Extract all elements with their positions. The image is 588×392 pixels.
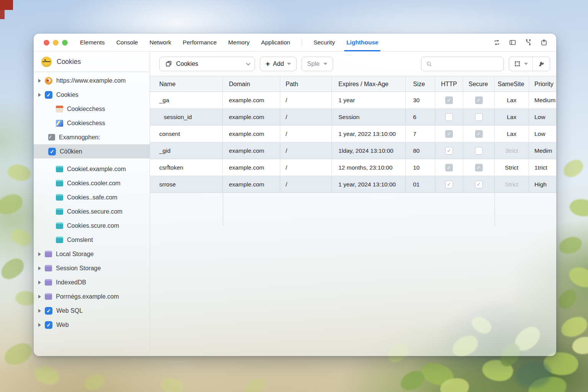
secure-checkbox[interactable]	[475, 130, 483, 138]
expand-arrow-icon[interactable]	[38, 295, 41, 299]
secure-checkbox[interactable]	[475, 164, 483, 172]
secure-checkbox[interactable]	[475, 113, 483, 121]
cell-name[interactable]: consent	[150, 126, 223, 142]
http-checkbox[interactable]	[445, 181, 453, 188]
minimize-window-button[interactable]	[53, 40, 59, 46]
cell-size[interactable]: 6	[406, 109, 435, 125]
cell-domain[interactable]: example.com	[223, 142, 280, 159]
tab-security[interactable]: Security	[314, 34, 335, 51]
expand-arrow-icon[interactable]	[38, 281, 41, 284]
tree-item[interactable]: Porrnėgs.example.com	[34, 289, 150, 304]
storage-type-select[interactable]: Cookies	[159, 57, 255, 71]
cell-samesite[interactable]: Lax	[495, 109, 529, 125]
column-header-name[interactable]: Name	[150, 77, 223, 91]
cell-name[interactable]: _ga	[150, 92, 223, 108]
tree-item[interactable]: Cookies.scure.com	[34, 219, 150, 233]
tree-item[interactable]: Comslent	[34, 233, 150, 247]
cell-samesite[interactable]: 3trict	[495, 142, 529, 159]
cell-path[interactable]: /	[280, 92, 332, 108]
tab-memory[interactable]: Memory	[228, 34, 250, 51]
tree-item[interactable]: Cookies..safe.com	[34, 190, 150, 204]
tree-item-indexeddb[interactable]: IndexedDB	[34, 275, 150, 289]
search-box[interactable]	[421, 57, 504, 71]
expand-arrow-icon[interactable]	[38, 252, 41, 256]
close-window-button[interactable]	[44, 40, 49, 46]
tree-item-local-storage[interactable]: Local Storage	[34, 247, 150, 261]
cell-path[interactable]: /	[280, 109, 332, 125]
cell-expires[interactable]: Session	[332, 109, 406, 125]
cell-priority[interactable]: Medium	[529, 92, 556, 108]
cell-path[interactable]: /	[280, 159, 332, 176]
column-header-size[interactable]: Size	[406, 77, 435, 91]
cell-domain[interactable]: example.com	[223, 159, 280, 176]
expand-arrow-icon[interactable]	[38, 93, 41, 97]
add-cookie-button[interactable]: + Add	[260, 57, 297, 71]
reload-icon[interactable]	[493, 39, 501, 46]
expand-arrow-icon[interactable]	[38, 323, 41, 327]
cell-priority[interactable]: Low	[529, 126, 556, 142]
fork-icon[interactable]	[524, 39, 532, 46]
tab-application[interactable]: Application	[261, 34, 290, 51]
column-header-domain[interactable]: Domain	[223, 77, 280, 91]
tab-elements[interactable]: Elements	[80, 34, 105, 51]
cell-expires[interactable]: 1lday, 2024 13:10:00	[332, 142, 406, 159]
table-row[interactable]: _gid example.com / 1lday, 2024 13:10:00 …	[150, 142, 556, 159]
column-header-secure[interactable]: Secure	[463, 77, 495, 91]
cell-size[interactable]: 10	[406, 159, 435, 176]
column-header-http[interactable]: HTTP	[435, 77, 463, 91]
tree-item-selected[interactable]: Cö0kien	[34, 144, 150, 158]
secure-checkbox[interactable]	[475, 96, 483, 104]
tab-console[interactable]: Console	[116, 34, 138, 51]
expand-arrow-icon[interactable]	[38, 79, 41, 83]
cell-expires[interactable]: 1 year, 2022 13:10:00	[332, 126, 406, 142]
cell-size[interactable]: 7	[406, 126, 435, 142]
cell-expires[interactable]: 12 months, 23:10:00	[332, 159, 406, 176]
filter-button[interactable]	[532, 57, 550, 71]
cell-samesite[interactable]: Lax	[495, 126, 529, 142]
cell-priority[interactable]: Low	[529, 109, 556, 125]
cell-size[interactable]: 30	[406, 92, 435, 108]
column-header-path[interactable]: Path	[280, 77, 332, 91]
tree-item[interactable]: Cookies.cooler.com	[34, 176, 150, 190]
checked-checkbox-icon[interactable]	[45, 321, 52, 329]
secure-checkbox[interactable]	[475, 181, 483, 188]
cell-priority[interactable]: Medim	[529, 142, 556, 159]
tree-item[interactable]: Cookies.secure.com	[34, 204, 150, 219]
expand-arrow-icon[interactable]	[38, 266, 41, 270]
tree-item-web[interactable]: Web	[34, 318, 150, 332]
cell-samesite[interactable]: Strict	[495, 176, 529, 193]
secure-checkbox[interactable]	[475, 147, 483, 155]
tree-item-cookies[interactable]: Cookies	[34, 88, 150, 102]
http-checkbox[interactable]	[445, 164, 453, 172]
http-checkbox[interactable]	[445, 113, 453, 121]
column-header-samesite[interactable]: SameSite	[495, 77, 529, 91]
cell-size[interactable]: 01	[406, 176, 435, 193]
tree-item[interactable]: Cookiet.example.com	[34, 162, 150, 176]
tree-item[interactable]: Cookiecchess	[34, 102, 150, 116]
cell-samesite[interactable]: Strict	[495, 159, 529, 176]
cell-expires[interactable]: 1 year	[332, 92, 406, 108]
tree-item-session-storage[interactable]: Session Storage	[34, 261, 150, 275]
table-row[interactable]: _ga example.com / 1 year 30 Lax Medium	[150, 92, 556, 109]
tab-performance[interactable]: Performance	[183, 34, 217, 51]
cell-name[interactable]: csrf̄token	[150, 159, 223, 176]
expand-arrow-icon[interactable]	[38, 309, 41, 313]
cell-domain[interactable]: example.com	[223, 176, 280, 193]
cell-priority[interactable]: 1trict	[529, 159, 556, 176]
table-row[interactable]: consent example.com / 1 year, 2022 13:10…	[150, 126, 556, 142]
column-header-expires[interactable]: Expires / Max-Age	[332, 77, 406, 91]
tree-item[interactable]: Examnogphen:	[34, 130, 150, 144]
tree-item-origin[interactable]: https://www.example.com	[34, 74, 150, 88]
cell-name[interactable]: _gid	[150, 142, 223, 159]
table-row[interactable]: srrose example.com / 1 year, 2024 13:10:…	[150, 176, 556, 193]
column-header-priority[interactable]: Priority	[529, 77, 556, 91]
cell-domain[interactable]: example.com	[223, 92, 280, 108]
tab-lighthouse[interactable]: Lighthouse	[346, 34, 379, 51]
table-row[interactable]: csrf̄token example.com / 12 months, 23:1…	[150, 159, 556, 176]
cell-domain[interactable]: example.com	[223, 109, 280, 125]
table-row[interactable]: session_id example.com / Session 6 Lax L…	[150, 109, 556, 126]
cell-expires[interactable]: 1 year, 2024 13:10:00	[332, 176, 406, 193]
http-checkbox[interactable]	[445, 96, 453, 104]
cell-name[interactable]: session_id	[150, 109, 223, 125]
http-checkbox[interactable]	[445, 147, 453, 155]
